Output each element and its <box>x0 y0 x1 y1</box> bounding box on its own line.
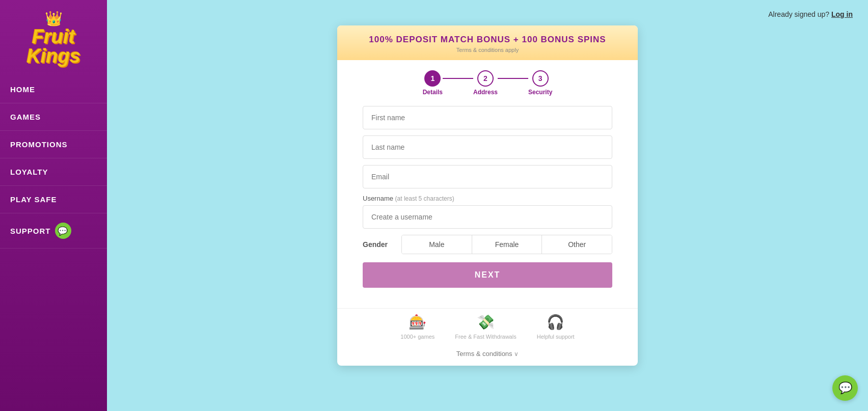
gender-options: Male Female Other <box>401 235 612 254</box>
floating-chat-icon: 💬 <box>838 381 852 395</box>
terms-row[interactable]: Terms & conditions ∨ <box>337 345 638 366</box>
bottom-icons-row: 🎰 1000+ games 💸 Free & Fast Withdrawals … <box>337 308 638 345</box>
gender-female-button[interactable]: Female <box>472 235 542 254</box>
username-field[interactable] <box>363 205 612 229</box>
bottom-icon-withdrawals: 💸 Free & Fast Withdrawals <box>455 314 516 340</box>
support-chat-icon: 💬 <box>55 223 71 239</box>
username-label: Username (at least 5 characters) <box>363 195 612 202</box>
bottom-icon-support: 🎧 Helpful support <box>537 314 575 340</box>
main-content: Already signed up? Log in 100% DEPOSIT M… <box>107 0 868 411</box>
sidebar-item-support[interactable]: SUPPORT 💬 <box>0 213 107 249</box>
steps-container: 1 Details 2 Address 3 Security <box>337 60 638 101</box>
step-2-label: Address <box>473 89 498 96</box>
sidebar-item-promotions[interactable]: PROMOTIONS <box>0 131 107 158</box>
withdrawals-icon-label: Free & Fast Withdrawals <box>455 334 516 340</box>
sidebar-item-home[interactable]: HOME <box>0 76 107 103</box>
withdrawals-icon: 💸 <box>477 314 495 331</box>
step-1-circle: 1 <box>424 70 441 87</box>
gender-other-button[interactable]: Other <box>542 235 612 254</box>
next-button[interactable]: NEXT <box>363 262 612 288</box>
top-right-area: Already signed up? Log in <box>768 10 853 18</box>
sidebar-item-loyalty[interactable]: LOYALTY <box>0 158 107 186</box>
logo-text: FruitKings <box>26 27 80 66</box>
email-field[interactable] <box>363 165 612 188</box>
step-1: 1 Details <box>423 70 443 96</box>
step-line-1 <box>443 78 473 79</box>
bonus-banner: 100% DEPOSIT MATCH BONUS + 100 BONUS SPI… <box>337 25 638 60</box>
step-3-circle: 3 <box>532 70 549 87</box>
sidebar-item-play-safe[interactable]: PLAY SAFE <box>0 186 107 213</box>
step-1-label: Details <box>423 89 443 96</box>
login-link[interactable]: Log in <box>831 10 853 18</box>
already-signed-text: Already signed up? <box>768 10 829 18</box>
terms-label: Terms & conditions <box>456 350 512 358</box>
helpful-support-icon: 🎧 <box>547 314 564 331</box>
first-name-field[interactable] <box>363 106 612 129</box>
chat-bubble-icon: 💬 <box>58 226 68 236</box>
sidebar: 👑 FruitKings HOME GAMES PROMOTIONS LOYAL… <box>0 0 107 411</box>
step-2: 2 Address <box>473 70 498 96</box>
registration-form: Username (at least 5 characters) Gender … <box>337 101 638 308</box>
terms-chevron-icon: ∨ <box>514 350 519 358</box>
sidebar-item-games[interactable]: GAMES <box>0 103 107 131</box>
registration-card: 100% DEPOSIT MATCH BONUS + 100 BONUS SPI… <box>337 25 638 366</box>
gender-row: Gender Male Female Other <box>363 235 612 254</box>
logo-icon: 👑 <box>26 10 80 27</box>
last-name-field[interactable] <box>363 135 612 159</box>
step-3-label: Security <box>528 89 552 96</box>
step-3: 3 Security <box>528 70 552 96</box>
helpful-support-label: Helpful support <box>537 334 575 340</box>
step-line-2 <box>498 78 528 79</box>
games-icon-label: 1000+ games <box>400 334 435 340</box>
bonus-title: 100% DEPOSIT MATCH BONUS + 100 BONUS SPI… <box>347 35 628 45</box>
logo-area: 👑 FruitKings <box>0 5 107 76</box>
username-hint: (at least 5 characters) <box>395 195 454 202</box>
step-2-circle: 2 <box>477 70 494 87</box>
bottom-icon-games: 🎰 1000+ games <box>400 314 435 340</box>
games-icon: 🎰 <box>409 314 426 331</box>
gender-label: Gender <box>363 240 393 249</box>
gender-male-button[interactable]: Male <box>402 235 472 254</box>
floating-chat-button[interactable]: 💬 <box>832 375 858 401</box>
bonus-subtitle: Terms & conditions apply <box>347 47 628 53</box>
